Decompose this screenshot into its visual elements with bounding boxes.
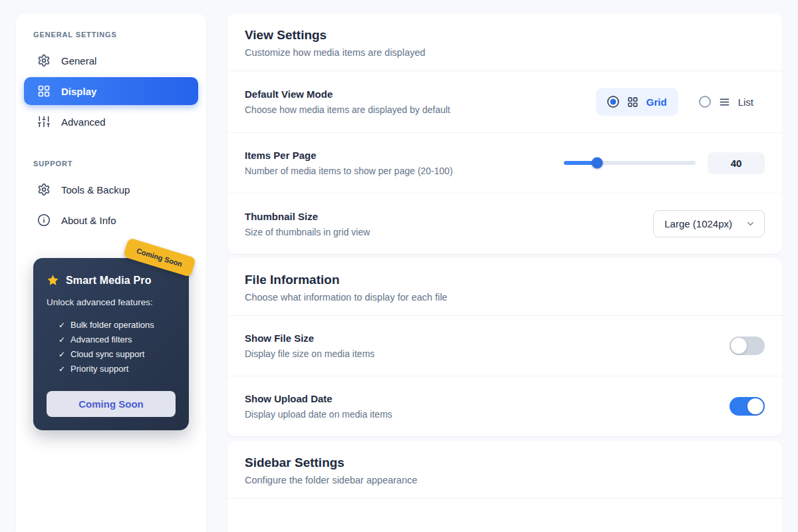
default-view-mode-description: Choose how media items are displayed by …	[245, 104, 450, 115]
sidebar-section-general-settings: General Settings	[33, 31, 189, 39]
sidebar-item-general[interactable]: General	[24, 47, 198, 74]
show-file-size-label: Show File Size	[245, 332, 374, 344]
view-settings-title: View Settings	[245, 28, 765, 43]
pro-upsell-card: Coming Soon Smart Media Pro Unlock advan…	[33, 258, 189, 430]
default-view-mode-label: Default View Mode	[245, 88, 450, 100]
show-upload-date-toggle[interactable]	[730, 397, 765, 416]
pro-feature-item: ✓ Advanced filters	[59, 332, 176, 347]
pro-feature-item: ✓ Priority support	[59, 362, 176, 376]
sidebar-item-label: About & Info	[61, 215, 116, 226]
pro-feature-item: ✓ Cloud sync support	[59, 347, 176, 362]
sidebar-settings-card: Sidebar Settings Configure the folder si…	[227, 441, 782, 532]
grid-icon	[37, 84, 51, 98]
view-mode-option-list[interactable]: List	[688, 88, 765, 116]
show-upload-date-row: Show Upload Date Display upload date on …	[227, 376, 782, 436]
view-mode-option-label: List	[738, 96, 753, 108]
radio-icon[interactable]	[607, 96, 619, 108]
show-file-size-description: Display file size on media items	[245, 348, 374, 359]
sidebar-item-label: Advanced	[61, 116, 106, 128]
sidebar-item-display[interactable]: Display	[24, 77, 198, 105]
show-file-size-row: Show File Size Display file size on medi…	[227, 316, 782, 376]
items-per-page-row: Items Per Page Number of media items to …	[227, 132, 782, 193]
file-information-card: File Information Choose what information…	[227, 258, 782, 436]
sidebar-section-support: Support	[33, 160, 189, 168]
thumbnail-size-selected-value: Large (1024px)	[664, 218, 732, 229]
items-per-page-value: 40	[708, 152, 765, 174]
thumbnail-size-select[interactable]: Large (1024px)	[653, 210, 765, 237]
show-upload-date-label: Show Upload Date	[245, 393, 392, 404]
sliders-icon	[37, 115, 51, 128]
sidebar-item-label: Display	[61, 86, 96, 97]
check-icon: ✓	[59, 362, 65, 376]
coming-soon-button[interactable]: Coming Soon	[47, 391, 176, 417]
thumbnail-size-description: Size of thumbnails in grid view	[245, 227, 370, 237]
file-information-title: File Information	[245, 273, 765, 287]
items-per-page-slider[interactable]	[564, 161, 696, 165]
show-file-size-toggle[interactable]	[730, 336, 765, 355]
thumbnail-size-label: Thumbnail Size	[245, 211, 370, 222]
sidebar-item-label: Tools & Backup	[61, 184, 130, 196]
sidebar-item-about-info[interactable]: About & Info	[24, 206, 198, 234]
sidebar-item-tools-backup[interactable]: Tools & Backup	[24, 176, 198, 203]
sidebar-settings-title: Sidebar Settings	[245, 456, 765, 470]
file-information-subtitle: Choose what information to display for e…	[245, 292, 765, 303]
items-per-page-slider-thumb[interactable]	[591, 158, 602, 169]
radio-icon[interactable]	[699, 96, 711, 108]
view-mode-option-label: Grid	[646, 96, 667, 108]
check-icon: ✓	[59, 318, 65, 332]
pro-card-title: Smart Media Pro	[66, 275, 152, 287]
star-icon	[47, 274, 59, 287]
grid-icon	[627, 96, 638, 108]
chevron-down-icon	[745, 219, 755, 229]
gear-icon	[37, 54, 51, 67]
items-per-page-label: Items Per Page	[245, 150, 453, 161]
thumbnail-size-row: Thumbnail Size Size of thumbnails in gri…	[227, 193, 782, 254]
items-per-page-description: Number of media items to show per page (…	[245, 166, 453, 176]
check-icon: ✓	[59, 347, 65, 362]
coming-soon-ribbon: Coming Soon	[122, 237, 196, 277]
settings-sidebar: General Settings General Display Advance…	[16, 13, 206, 532]
sidebar-item-advanced[interactable]: Advanced	[24, 108, 198, 136]
pro-feature-item: ✓ Bulk folder operations	[59, 318, 176, 332]
check-icon: ✓	[59, 332, 65, 347]
view-mode-options: Grid List	[596, 88, 765, 116]
show-upload-date-description: Display upload date on media items	[245, 409, 392, 420]
sidebar-settings-subtitle: Configure the folder sidebar appearance	[245, 475, 765, 485]
gear-icon	[37, 183, 51, 196]
info-icon	[37, 213, 51, 227]
default-view-mode-row: Default View Mode Choose how media items…	[227, 71, 782, 132]
items-per-page-control: 40	[564, 152, 765, 174]
pro-card-intro: Unlock advanced features:	[47, 297, 176, 307]
pro-feature-list: ✓ Bulk folder operations ✓ Advanced filt…	[59, 318, 176, 376]
sidebar-item-label: General	[61, 55, 96, 66]
view-mode-option-grid[interactable]: Grid	[596, 88, 678, 116]
view-settings-card: View Settings Customize how media items …	[227, 13, 782, 254]
list-icon	[719, 96, 730, 108]
view-settings-subtitle: Customize how media items are displayed	[245, 47, 765, 58]
